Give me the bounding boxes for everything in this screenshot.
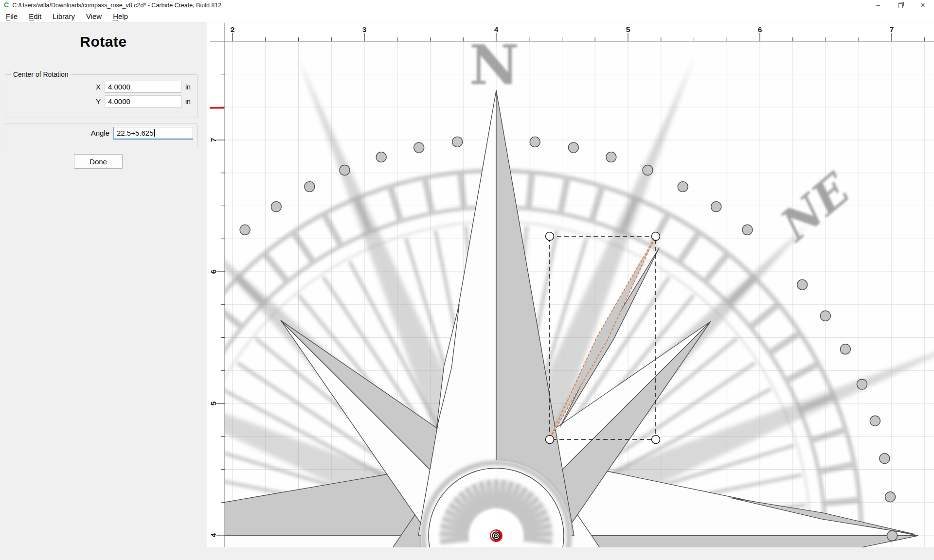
- restore-button[interactable]: [889, 0, 912, 10]
- y-label: Y: [96, 97, 101, 105]
- x-label: X: [96, 83, 101, 91]
- minimize-button[interactable]: –: [867, 0, 889, 10]
- y-unit-label: in: [185, 98, 193, 105]
- ruler-number: 4: [209, 533, 217, 537]
- text-caret: [154, 129, 155, 137]
- menu-item-library[interactable]: Library: [47, 12, 80, 21]
- ruler-number: 5: [209, 401, 217, 405]
- y-field[interactable]: [105, 95, 181, 107]
- selection-handle[interactable]: [652, 436, 660, 444]
- angle-group: Angle 22.5+5.625: [5, 123, 198, 147]
- selection-handle[interactable]: [546, 436, 554, 444]
- ruler-number: 4: [494, 25, 499, 34]
- menu-item-file[interactable]: File: [0, 12, 23, 21]
- angle-label: Angle: [91, 129, 109, 137]
- x-row: X in: [9, 81, 193, 93]
- window-title: C:/Users/willa/Downloads/compass_rose_v8…: [12, 2, 867, 9]
- y-row: Y in: [9, 95, 193, 107]
- x-field[interactable]: [105, 81, 181, 93]
- menu-item-help[interactable]: Help: [108, 12, 133, 21]
- angle-field[interactable]: 22.5+5.625: [113, 127, 193, 140]
- page-title: Rotate: [0, 34, 207, 50]
- ruler-number: 2: [231, 25, 235, 34]
- ruler-number: 5: [626, 25, 630, 34]
- rotation-center-marker[interactable]: [490, 529, 503, 542]
- ruler-number: 7: [209, 138, 217, 142]
- ruler-number: 6: [758, 25, 762, 34]
- app-logo-icon: C: [4, 0, 9, 10]
- close-button[interactable]: ×: [912, 0, 934, 10]
- angle-field-text: 22.5+5.625: [117, 129, 154, 137]
- selection-handle[interactable]: [546, 232, 554, 241]
- compass-letter-n: N: [469, 33, 519, 97]
- menu-item-view[interactable]: View: [81, 12, 107, 21]
- center-of-rotation-group: Center of Rotation X in Y in: [5, 70, 198, 118]
- rotate-panel: Rotate Center of Rotation X in Y in Angl…: [0, 22, 207, 560]
- menu-bar: FileEditLibraryViewHelp: [0, 10, 934, 22]
- angle-row: Angle 22.5+5.625: [9, 127, 193, 139]
- selection-handle[interactable]: [652, 232, 660, 241]
- menu-item-edit[interactable]: Edit: [23, 12, 47, 21]
- restore-icon: [898, 3, 903, 8]
- ruler-number: 7: [890, 25, 894, 34]
- ruler-position-indicator: [210, 107, 224, 109]
- title-bar: C C:/Users/willa/Downloads/compass_rose_…: [0, 0, 934, 11]
- ruler-number: 6: [209, 269, 217, 274]
- center-of-rotation-legend: Center of Rotation: [11, 70, 71, 78]
- x-unit-label: in: [185, 83, 193, 91]
- ruler-number: 3: [362, 25, 367, 34]
- done-button[interactable]: Done: [74, 154, 123, 169]
